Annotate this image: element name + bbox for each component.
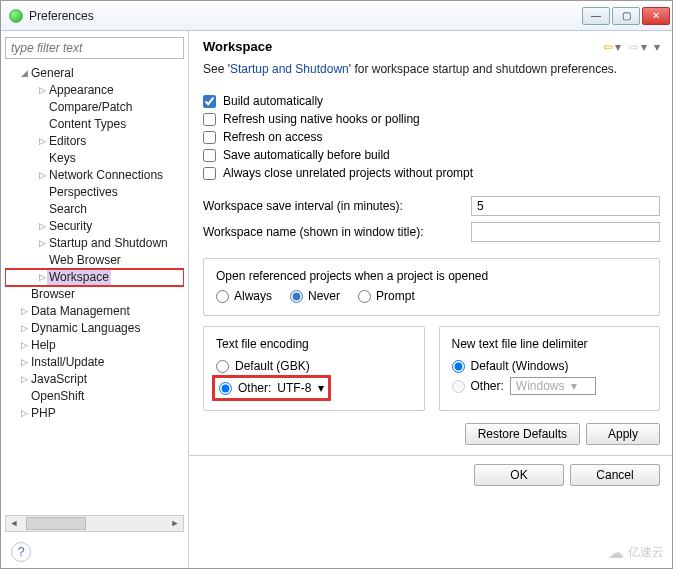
- tree-item-keys[interactable]: Keys: [5, 150, 184, 167]
- window-title: Preferences: [29, 9, 582, 23]
- forward-icon[interactable]: ⇨: [629, 40, 639, 54]
- delimiter-other-label: Other:: [471, 379, 504, 393]
- filter-input[interactable]: [5, 37, 184, 59]
- apply-button[interactable]: Apply: [586, 423, 660, 445]
- delimiter-other-combo: Windows ▾: [510, 377, 596, 395]
- tree-item-dynamic-languages[interactable]: ▷Dynamic Languages: [5, 320, 184, 337]
- open-referenced-group: Open referenced projects when a project …: [203, 258, 660, 316]
- encoding-other-label: Other:: [238, 381, 271, 395]
- tree-item-general[interactable]: ◢General: [5, 65, 184, 82]
- page-nav-icons: ⇦▾ ⇨▾ ▾: [603, 40, 660, 54]
- tree-item-startup-shutdown[interactable]: ▷Startup and Shutdown: [5, 235, 184, 252]
- watermark: ☁亿速云: [608, 543, 664, 562]
- tree-item-php[interactable]: ▷PHP: [5, 405, 184, 422]
- tree-item-openshift[interactable]: OpenShift: [5, 388, 184, 405]
- tree-item-browser[interactable]: Browser: [5, 286, 184, 303]
- tree-item-data-management[interactable]: ▷Data Management: [5, 303, 184, 320]
- openref-prompt-radio[interactable]: [358, 290, 371, 303]
- page-title: Workspace: [203, 39, 603, 54]
- refresh-native-checkbox[interactable]: [203, 113, 216, 126]
- openref-always-label: Always: [234, 289, 272, 303]
- preference-tree[interactable]: ◢General ▷Appearance Compare/Patch Conte…: [5, 65, 184, 511]
- cancel-button[interactable]: Cancel: [570, 464, 660, 486]
- title-bar: Preferences — ▢ ✕: [1, 1, 672, 31]
- page-description: See 'Startup and Shutdown' for workspace…: [203, 62, 660, 76]
- delimiter-title: New text file line delimiter: [452, 337, 648, 351]
- tree-item-search[interactable]: Search: [5, 201, 184, 218]
- startup-shutdown-link[interactable]: Startup and Shutdown: [230, 62, 349, 76]
- tree-item-help[interactable]: ▷Help: [5, 337, 184, 354]
- close-unrelated-checkbox[interactable]: [203, 167, 216, 180]
- save-before-build-label: Save automatically before build: [223, 148, 390, 162]
- close-unrelated-label: Always close unrelated projects without …: [223, 166, 473, 180]
- delimiter-default-radio[interactable]: [452, 360, 465, 373]
- sidebar: ◢General ▷Appearance Compare/Patch Conte…: [1, 31, 189, 568]
- workspace-name-input[interactable]: [471, 222, 660, 242]
- tree-item-network[interactable]: ▷Network Connections: [5, 167, 184, 184]
- save-before-build-checkbox[interactable]: [203, 149, 216, 162]
- refresh-access-label: Refresh on access: [223, 130, 322, 144]
- tree-item-workspace[interactable]: ▷Workspace: [5, 269, 184, 286]
- tree-item-javascript[interactable]: ▷JavaScript: [5, 371, 184, 388]
- encoding-other-combo[interactable]: UTF-8 ▾: [277, 381, 324, 395]
- main-panel: Workspace ⇦▾ ⇨▾ ▾ See 'Startup and Shutd…: [189, 31, 672, 568]
- scrollbar-thumb[interactable]: [26, 517, 86, 530]
- tree-horizontal-scrollbar[interactable]: ◄ ►: [5, 515, 184, 532]
- refresh-native-label: Refresh using native hooks or polling: [223, 112, 420, 126]
- minimize-button[interactable]: —: [582, 7, 610, 25]
- encoding-other-radio[interactable]: [219, 382, 232, 395]
- encoding-default-label: Default (GBK): [235, 359, 310, 373]
- tree-item-perspectives[interactable]: Perspectives: [5, 184, 184, 201]
- maximize-button[interactable]: ▢: [612, 7, 640, 25]
- delimiter-other-radio[interactable]: [452, 380, 465, 393]
- build-automatically-label: Build automatically: [223, 94, 323, 108]
- openref-never-radio[interactable]: [290, 290, 303, 303]
- help-button[interactable]: ?: [11, 542, 31, 562]
- workspace-name-label: Workspace name (shown in window title):: [203, 225, 463, 239]
- tree-item-compare-patch[interactable]: Compare/Patch: [5, 99, 184, 116]
- tree-item-install-update[interactable]: ▷Install/Update: [5, 354, 184, 371]
- build-automatically-checkbox[interactable]: [203, 95, 216, 108]
- restore-defaults-button[interactable]: Restore Defaults: [465, 423, 580, 445]
- encoding-title: Text file encoding: [216, 337, 412, 351]
- openref-never-label: Never: [308, 289, 340, 303]
- scroll-left-icon[interactable]: ◄: [6, 516, 22, 531]
- scroll-right-icon[interactable]: ►: [167, 516, 183, 531]
- refresh-access-checkbox[interactable]: [203, 131, 216, 144]
- back-icon[interactable]: ⇦: [603, 40, 613, 54]
- open-referenced-title: Open referenced projects when a project …: [216, 269, 647, 283]
- encoding-group: Text file encoding Default (GBK) Other: …: [203, 326, 425, 411]
- save-interval-input[interactable]: [471, 196, 660, 216]
- openref-prompt-label: Prompt: [376, 289, 415, 303]
- cloud-icon: ☁: [608, 543, 624, 562]
- openref-always-radio[interactable]: [216, 290, 229, 303]
- tree-item-appearance[interactable]: ▷Appearance: [5, 82, 184, 99]
- close-button[interactable]: ✕: [642, 7, 670, 25]
- tree-item-web-browser[interactable]: Web Browser: [5, 252, 184, 269]
- tree-item-editors[interactable]: ▷Editors: [5, 133, 184, 150]
- save-interval-label: Workspace save interval (in minutes):: [203, 199, 463, 213]
- ok-button[interactable]: OK: [474, 464, 564, 486]
- tree-item-content-types[interactable]: Content Types: [5, 116, 184, 133]
- app-icon: [9, 9, 23, 23]
- delimiter-group: New text file line delimiter Default (Wi…: [439, 326, 661, 411]
- encoding-default-radio[interactable]: [216, 360, 229, 373]
- tree-item-security[interactable]: ▷Security: [5, 218, 184, 235]
- delimiter-default-label: Default (Windows): [471, 359, 569, 373]
